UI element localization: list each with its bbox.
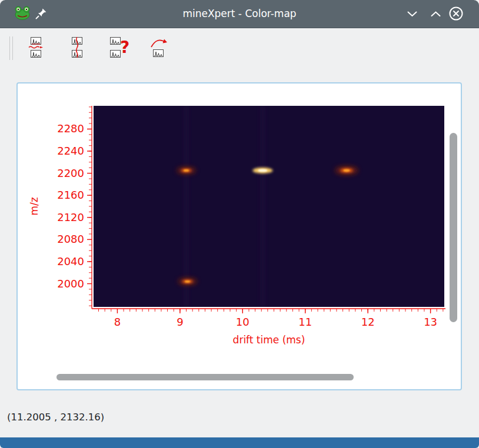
close-button[interactable] [448,6,464,21]
svg-text:2200: 2200 [57,167,84,179]
frog-icon [14,5,31,21]
toolbar-button-spectrum-rotate[interactable] [144,33,173,62]
maximize-button[interactable] [431,11,441,17]
titlebar[interactable]: mineXpert - Color-map [0,0,479,28]
toolbar: ? [0,28,479,67]
svg-text:2120: 2120 [57,211,84,223]
toolbar-button-dual-spectra-vline[interactable] [62,33,92,62]
svg-text:2160: 2160 [57,189,84,201]
horizontal-scrollbar[interactable] [56,374,354,380]
dual-spectra-vertical-line-icon [66,36,88,59]
svg-text:10: 10 [236,316,250,328]
spectrum-rotate-arrow-icon [148,36,169,59]
svg-text:13: 13 [424,316,437,328]
pin-icon [35,8,47,19]
svg-text:11: 11 [298,316,312,328]
svg-text:m/z: m/z [28,197,40,215]
colormap-plot[interactable]: 8910111213228022402200216021202080204020… [20,88,458,359]
dual-spectra-horizontal-arrow-icon [25,36,46,59]
svg-text:2040: 2040 [57,255,84,268]
app-window: mineXpert - Color-map [0,0,479,448]
pin-button[interactable] [35,8,47,19]
window-title: mineXpert - Color-map [65,0,414,28]
colormap-canvas[interactable]: 8910111213228022402200216021202080204020… [20,88,458,359]
status-coordinates: (11.2005 , 2132.16) [7,412,104,423]
toolbar-handle[interactable] [9,36,13,60]
plot-frame: 8910111213228022402200216021202080204020… [16,82,462,390]
chevron-down-icon [407,11,417,17]
dual-spectra-question-icon: ? [108,36,129,59]
svg-text:?: ? [120,38,129,57]
chevron-up-icon [431,11,441,17]
app-menu-button[interactable] [14,5,31,21]
close-circle-icon [448,6,464,21]
toolbar-button-dual-spectra-arrow[interactable] [21,33,51,62]
svg-text:2280: 2280 [57,122,84,135]
svg-text:2080: 2080 [57,233,84,245]
svg-text:12: 12 [361,316,375,328]
svg-text:9: 9 [177,316,183,328]
svg-text:8: 8 [114,316,121,328]
toolbar-button-dual-spectra-help[interactable]: ? [104,33,133,62]
window-bottom-border [0,437,479,448]
svg-text:drift time (ms): drift time (ms) [233,334,305,346]
vertical-scrollbar[interactable] [450,133,457,322]
svg-text:2000: 2000 [57,278,84,290]
svg-text:2240: 2240 [57,145,84,157]
minimize-button[interactable] [407,11,417,17]
